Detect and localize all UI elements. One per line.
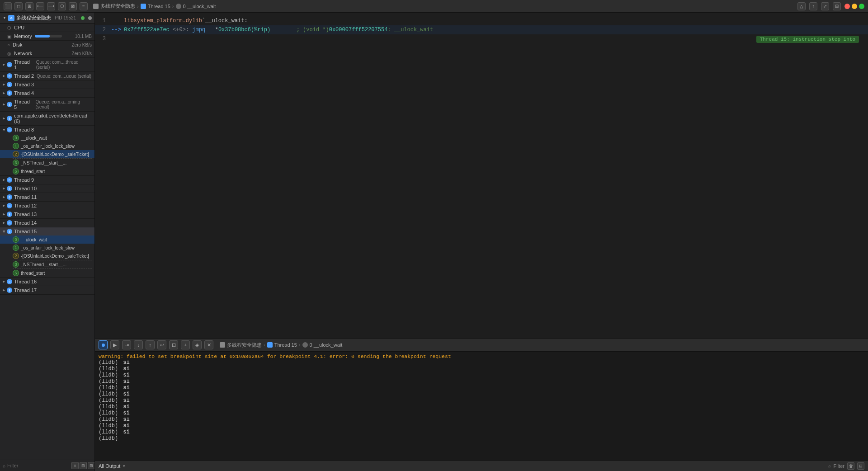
console-options-btn[interactable]: ⊟ bbox=[857, 462, 864, 470]
thread-group-3: ▶ 8 Thread 3 bbox=[0, 80, 94, 89]
thread-header-14[interactable]: ▶ 8 Thread 14 bbox=[0, 219, 94, 227]
stack-frame-15-2[interactable]: 2 -[OSUnfairLockDemo _saleTicket] bbox=[0, 252, 94, 260]
window-controls bbox=[844, 4, 864, 9]
toolbar-btn-2[interactable]: ◻ bbox=[14, 2, 23, 10]
view-btn-2[interactable]: ⊟ bbox=[80, 462, 87, 469]
toolbar-btn-7[interactable]: ⊠ bbox=[69, 2, 77, 10]
thread-header-9[interactable]: ▶ 8 Thread 9 bbox=[0, 176, 94, 184]
stack-frame-8-1[interactable]: 1 _os_unfair_lock_lock_slow bbox=[0, 142, 94, 150]
window-close[interactable] bbox=[844, 4, 850, 9]
filter-input-sidebar[interactable] bbox=[7, 463, 70, 468]
stack-frame-15-1[interactable]: 1 _os_unfair_lock_lock_slow bbox=[0, 244, 94, 252]
debug-btn-step-into[interactable]: ↓ bbox=[134, 340, 143, 349]
tri-8: ▶ bbox=[2, 129, 6, 131]
process-header[interactable]: ▼ A 多线程安全隐患 PID 19521 bbox=[0, 13, 94, 24]
sidebar-scroll[interactable]: ▼ A 多线程安全隐患 PID 19521 ⬡ CPU ▣ Memory bbox=[0, 13, 94, 460]
status-record-dot bbox=[88, 16, 92, 20]
tri-16: ▶ bbox=[3, 280, 5, 283]
network-label: Network bbox=[14, 51, 32, 56]
code-line-1: 1 libsystem_platform.dylib`__ulock_wait: bbox=[95, 16, 868, 25]
thread-header-4[interactable]: ▶ 8 Thread 4 bbox=[0, 89, 94, 97]
split-v-icon[interactable]: ⊟ bbox=[833, 2, 841, 10]
thread-icon-2: 8 bbox=[7, 73, 12, 79]
thread-name-2: Thread 2 bbox=[14, 73, 34, 79]
disk-row: ○ Disk Zero KB/s bbox=[0, 41, 94, 49]
thread-name-4: Thread 4 bbox=[14, 90, 34, 96]
disk-label: Disk bbox=[13, 42, 22, 47]
stack-frame-8-3[interactable]: 3 _NSThread__start__... bbox=[0, 159, 94, 167]
stack-frame-8-5[interactable]: 5 thread_start bbox=[0, 167, 94, 175]
toolbar-btn-8[interactable]: ≡ bbox=[80, 2, 88, 10]
console-footer: All Output ▾ ⌕ Filter 🗑 ⊟ bbox=[95, 460, 868, 471]
debug-btn-clear[interactable]: ✕ bbox=[204, 340, 213, 349]
window-min[interactable] bbox=[852, 4, 857, 9]
disk-icon: ○ bbox=[7, 42, 10, 47]
process-name: 多线程安全隐患 bbox=[16, 14, 51, 21]
debug-btn-viewframe[interactable]: ⊡ bbox=[169, 340, 178, 349]
thread-name-15: Thread 15 bbox=[14, 229, 37, 234]
window-max[interactable] bbox=[859, 4, 864, 9]
stack-frame-15-0[interactable]: 0 __ulock_wait bbox=[0, 236, 94, 244]
stack-frame-15-3[interactable]: 3 _NSThread__start__... bbox=[0, 260, 94, 268]
debug-btn-record[interactable]: ⏺ bbox=[99, 340, 108, 349]
view-btn-3[interactable]: ⊞ bbox=[88, 462, 95, 469]
toolbar-btn-4[interactable]: ⟵ bbox=[36, 2, 44, 10]
debug-project-name: 多线程安全隐患 bbox=[227, 342, 262, 349]
thread-name-16: Thread 16 bbox=[14, 279, 37, 284]
debug-sep-1: › bbox=[264, 342, 265, 348]
console-cmd-2: (lldb) si bbox=[99, 366, 864, 372]
frame-num-15-0: 0 bbox=[13, 236, 19, 243]
thread-header-15[interactable]: ▶ 8 Thread 15 bbox=[0, 227, 94, 236]
thread-name-1: Thread 1 bbox=[14, 59, 33, 70]
frame-num-8-3: 3 bbox=[13, 160, 19, 166]
expand-icon[interactable]: ⤢ bbox=[821, 2, 829, 10]
thread-header-12[interactable]: ▶ 8 Thread 12 bbox=[0, 202, 94, 210]
alert-icon[interactable]: △ bbox=[797, 2, 806, 10]
thread-header-13[interactable]: ▶ 8 Thread 13 bbox=[0, 210, 94, 218]
breadcrumb-thread: Thread 15 bbox=[148, 4, 170, 9]
console-cmd-3: (lldb) si bbox=[99, 372, 864, 378]
debug-breadcrumb: 多线程安全隐患 › Thread 15 › 0 __ulock_wait bbox=[220, 342, 342, 349]
debug-btn-step-over[interactable]: ⇥ bbox=[122, 340, 131, 349]
thread-header-1[interactable]: ▶ 8 Thread 1 Queue: com....thread (seria… bbox=[0, 58, 94, 71]
stack-frame-8-0[interactable]: 0 __ulock_wait bbox=[0, 134, 94, 142]
thread-name-8: Thread 8 bbox=[14, 127, 34, 132]
thread-header-2[interactable]: ▶ 8 Thread 2 Queue: com....ueue (serial) bbox=[0, 72, 94, 80]
toolbar-btn-3[interactable]: ⊞ bbox=[25, 2, 33, 10]
main-layout: ▼ A 多线程安全隐患 PID 19521 ⬡ CPU ▣ Memory bbox=[0, 13, 868, 471]
toolbar-btn-6[interactable]: ⬡ bbox=[58, 2, 66, 10]
stack-frame-15-5[interactable]: 5 thread_start bbox=[0, 269, 94, 277]
thread-header-8[interactable]: ▶ 8 Thread 8 bbox=[0, 126, 94, 134]
console-area[interactable]: warning: failed to set breakpoint site a… bbox=[95, 352, 868, 460]
code-line-2: 2 --> 0x7fff522ae7ec <+0>: jmpq *0x37b08… bbox=[95, 25, 868, 34]
toolbar-btn-5[interactable]: ⟶ bbox=[47, 2, 55, 10]
thread-icon-10: 8 bbox=[7, 186, 12, 191]
breadcrumb-sep-1: › bbox=[137, 4, 139, 9]
thread-header-5[interactable]: ▶ 8 Thread 5 Queue: com.a...oming (seria… bbox=[0, 98, 94, 111]
thread-queue-1: Queue: com....thread (serial) bbox=[36, 60, 92, 70]
thread-header-uikit[interactable]: ▶ 8 com.apple.uikit.eventfetch-thread (6… bbox=[0, 112, 94, 125]
project-icon bbox=[93, 4, 99, 9]
thread-header-3[interactable]: ▶ 8 Thread 3 bbox=[0, 80, 94, 89]
share-icon[interactable]: ↑ bbox=[809, 2, 817, 10]
debug-btn-continue[interactable]: ▶ bbox=[110, 340, 119, 349]
console-clear-btn[interactable]: 🗑 bbox=[847, 462, 854, 470]
output-dropdown-arrow[interactable]: ▾ bbox=[123, 464, 125, 468]
code-editor[interactable]: Thread 15: instruction step into 1 libsy… bbox=[95, 13, 868, 338]
debug-btn-breakpoint[interactable]: ◈ bbox=[193, 340, 202, 349]
thread-header-10[interactable]: ▶ 8 Thread 10 bbox=[0, 184, 94, 193]
filter-icon-console: ⌕ bbox=[828, 463, 831, 468]
thread-header-16[interactable]: ▶ 8 Thread 16 bbox=[0, 278, 94, 286]
stack-frame-8-2[interactable]: 2 -[OSUnfairLockDemo _saleTicket] bbox=[0, 150, 94, 158]
toolbar-icons: ⬛ ◻ ⊞ ⟵ ⟶ ⬡ ⊠ ≡ bbox=[4, 2, 88, 10]
thread-header-11[interactable]: ▶ 8 Thread 11 bbox=[0, 193, 94, 201]
thread-header-17[interactable]: ▶ 8 Thread 17 bbox=[0, 286, 94, 294]
breadcrumb-sep-2: › bbox=[172, 4, 174, 9]
debug-btn-return[interactable]: ↩ bbox=[157, 340, 166, 349]
process-expand-triangle: ▼ bbox=[3, 16, 6, 20]
debug-btn-step-out[interactable]: ↑ bbox=[146, 340, 155, 349]
code-text-2: 0x7fff522ae7ec <+0>: jmpq *0x37b08bc6(%r… bbox=[124, 27, 433, 33]
view-btn-1[interactable]: ≡ bbox=[71, 462, 79, 469]
toolbar-btn-1[interactable]: ⬛ bbox=[4, 2, 12, 10]
debug-btn-add[interactable]: + bbox=[181, 340, 190, 349]
